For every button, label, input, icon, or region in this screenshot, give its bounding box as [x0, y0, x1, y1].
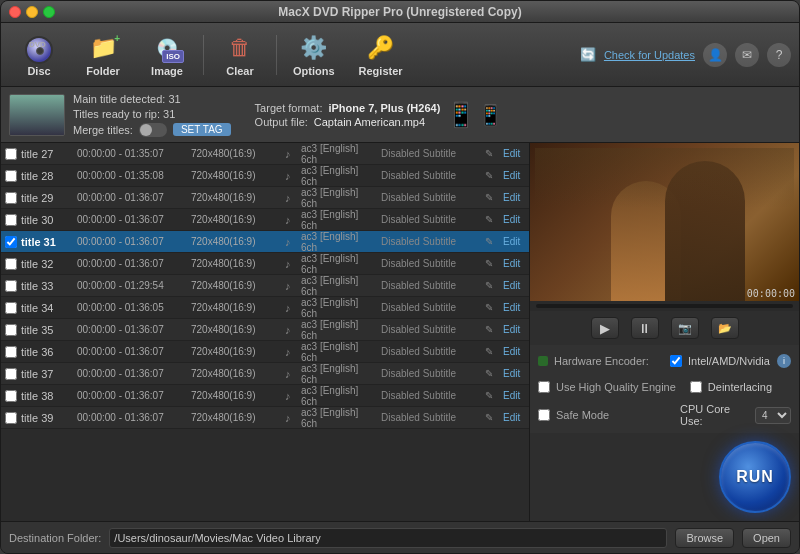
table-row[interactable]: title 3600:00:00 - 01:36:07720x480(16:9)… — [1, 341, 529, 363]
table-row[interactable]: title 3100:00:00 - 01:36:07720x480(16:9)… — [1, 231, 529, 253]
row-subtitle: Disabled Subtitle — [381, 170, 481, 181]
run-button[interactable]: RUN — [719, 441, 791, 513]
table-row[interactable]: title 3700:00:00 - 01:36:07720x480(16:9)… — [1, 363, 529, 385]
edit-link[interactable]: Edit — [503, 390, 525, 401]
table-row[interactable]: title 2700:00:00 - 01:35:07720x480(16:9)… — [1, 143, 529, 165]
table-row[interactable]: title 2900:00:00 - 01:36:07720x480(16:9)… — [1, 187, 529, 209]
destination-path-input[interactable] — [109, 528, 667, 548]
edit-icon: ✎ — [485, 192, 499, 203]
row-checkbox[interactable] — [5, 192, 17, 204]
content-area: title 2700:00:00 - 01:35:07720x480(16:9)… — [1, 143, 799, 521]
audio-icon: ♪ — [285, 412, 297, 424]
edit-link[interactable]: Edit — [503, 192, 525, 203]
row-checkbox[interactable] — [5, 236, 17, 248]
options-button[interactable]: ⚙️ Options — [283, 29, 345, 81]
pause-button[interactable]: ⏸ — [631, 317, 659, 339]
browse-button[interactable]: Browse — [675, 528, 734, 548]
help-icon-button[interactable]: ? — [767, 43, 791, 67]
play-button[interactable]: ▶ — [591, 317, 619, 339]
row-checkbox[interactable] — [5, 412, 17, 424]
table-row[interactable]: title 3200:00:00 - 01:36:07720x480(16:9)… — [1, 253, 529, 275]
thumbnail-preview — [9, 94, 65, 136]
close-button[interactable] — [9, 6, 21, 18]
folder-icon: 📁 + — [88, 33, 118, 63]
table-row[interactable]: title 3400:00:00 - 01:36:05720x480(16:9)… — [1, 297, 529, 319]
row-checkbox[interactable] — [5, 346, 17, 358]
row-time: 00:00:00 - 01:36:07 — [77, 214, 187, 225]
register-button[interactable]: 🔑 Register — [349, 29, 413, 81]
open-button[interactable]: Open — [742, 528, 791, 548]
edit-link[interactable]: Edit — [503, 412, 525, 423]
edit-link[interactable]: Edit — [503, 214, 525, 225]
image-button[interactable]: 💿 ISO Image — [137, 29, 197, 81]
row-resolution: 720x480(16:9) — [191, 148, 281, 159]
row-resolution: 720x480(16:9) — [191, 390, 281, 401]
open-folder-button[interactable]: 📂 — [711, 317, 739, 339]
deinterlacing-checkbox[interactable] — [690, 381, 702, 393]
table-row[interactable]: title 2800:00:00 - 01:35:08720x480(16:9)… — [1, 165, 529, 187]
disc-button[interactable]: DVD Disc — [9, 29, 69, 81]
row-checkbox[interactable] — [5, 148, 17, 160]
table-row[interactable]: title 3000:00:00 - 01:36:07720x480(16:9)… — [1, 209, 529, 231]
maximize-button[interactable] — [43, 6, 55, 18]
user-icon-button[interactable]: 👤 — [703, 43, 727, 67]
edit-link[interactable]: Edit — [503, 368, 525, 379]
image-icon: 💿 ISO — [152, 33, 182, 63]
check-updates-link[interactable]: Check for Updates — [604, 49, 695, 61]
safe-mode-checkbox[interactable] — [538, 409, 550, 421]
traffic-lights — [9, 6, 55, 18]
info-bar: Main title detected: 31 Titles ready to … — [1, 87, 799, 143]
audio-icon: ♪ — [285, 192, 297, 204]
row-checkbox[interactable] — [5, 302, 17, 314]
main-title-detected-line: Main title detected: 31 — [73, 93, 231, 105]
row-subtitle: Disabled Subtitle — [381, 302, 481, 313]
table-row[interactable]: title 3800:00:00 - 01:36:07720x480(16:9)… — [1, 385, 529, 407]
row-time: 00:00:00 - 01:36:07 — [77, 236, 187, 247]
clear-button[interactable]: 🗑 Clear — [210, 29, 270, 81]
edit-link[interactable]: Edit — [503, 346, 525, 357]
folder-button[interactable]: 📁 + Folder — [73, 29, 133, 81]
right-panel: 00:00:00 ▶ ⏸ 📷 — [529, 143, 799, 521]
audio-icon: ♪ — [285, 368, 297, 380]
edit-icon: ✎ — [485, 148, 499, 159]
row-checkbox[interactable] — [5, 324, 17, 336]
snapshot-button[interactable]: 📷 — [671, 317, 699, 339]
table-row[interactable]: title 3900:00:00 - 01:36:07720x480(16:9)… — [1, 407, 529, 429]
edit-link[interactable]: Edit — [503, 302, 525, 313]
mail-icon-button[interactable]: ✉ — [735, 43, 759, 67]
safe-mode-row: Safe Mode CPU Core Use: 1 2 3 4 6 8 — [538, 403, 791, 427]
row-subtitle: Disabled Subtitle — [381, 346, 481, 357]
edit-link[interactable]: Edit — [503, 258, 525, 269]
cpu-core-select[interactable]: 1 2 3 4 6 8 — [755, 407, 791, 424]
high-quality-label: Use High Quality Engine — [556, 381, 676, 393]
row-checkbox[interactable] — [5, 280, 17, 292]
audio-icon: ♪ — [285, 236, 297, 248]
row-subtitle: Disabled Subtitle — [381, 280, 481, 291]
row-checkbox[interactable] — [5, 368, 17, 380]
row-checkbox[interactable] — [5, 390, 17, 402]
camera-icon: 📷 — [678, 322, 692, 335]
hardware-encoder-checkbox[interactable] — [670, 355, 682, 367]
edit-link[interactable]: Edit — [503, 170, 525, 181]
edit-link[interactable]: Edit — [503, 324, 525, 335]
row-checkbox[interactable] — [5, 170, 17, 182]
edit-link[interactable]: Edit — [503, 148, 525, 159]
edit-link[interactable]: Edit — [503, 236, 525, 247]
table-row[interactable]: title 3500:00:00 - 01:36:07720x480(16:9)… — [1, 319, 529, 341]
row-checkbox[interactable] — [5, 258, 17, 270]
edit-link[interactable]: Edit — [503, 280, 525, 291]
main-window: MacX DVD Ripper Pro (Unregistered Copy) … — [0, 0, 800, 554]
set-tag-button[interactable]: SET TAG — [173, 123, 231, 136]
audio-icon: ♪ — [285, 324, 297, 336]
table-row[interactable]: title 3300:00:00 - 01:29:54720x480(16:9)… — [1, 275, 529, 297]
merge-toggle[interactable] — [139, 123, 167, 137]
high-quality-checkbox[interactable] — [538, 381, 550, 393]
row-audio: ac3 [English] 6ch — [301, 275, 377, 297]
row-time: 00:00:00 - 01:35:08 — [77, 170, 187, 181]
titles-list[interactable]: title 2700:00:00 - 01:35:07720x480(16:9)… — [1, 143, 529, 521]
row-checkbox[interactable] — [5, 214, 17, 226]
minimize-button[interactable] — [26, 6, 38, 18]
info-icon[interactable]: i — [777, 354, 791, 368]
progress-bar-area — [530, 301, 799, 311]
titles-ready-text: Titles ready to rip: 31 — [73, 108, 175, 120]
